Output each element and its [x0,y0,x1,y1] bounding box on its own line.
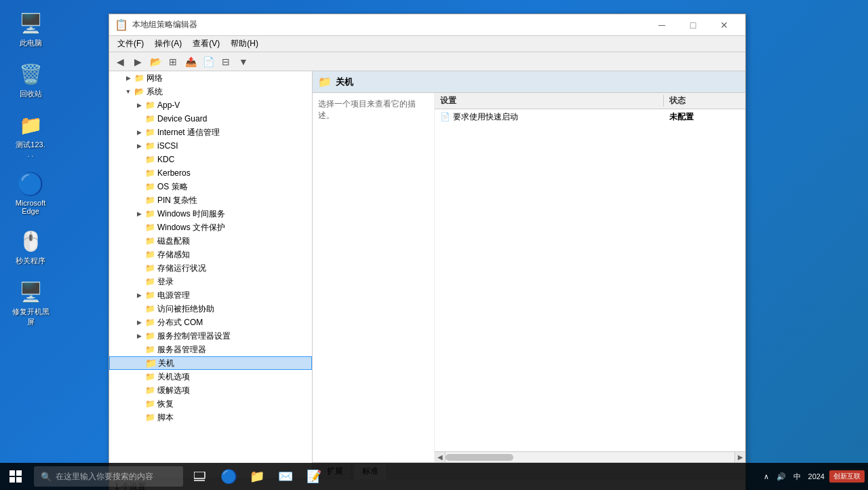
taskbar-volume[interactable]: 🔊 [774,472,789,481]
help-button[interactable]: ⊟ [218,54,234,70]
desktop-icon-this-pc[interactable]: 🖥️ 此电脑 [7,7,54,51]
svg-rect-3 [16,477,22,483]
tree-item-appv[interactable]: ▶ 📁 App-V [109,98,312,112]
tree-item-scm-settings[interactable]: ▶ 📁 服务控制管理器设置 [109,329,312,343]
filter-button[interactable]: ▼ [235,54,252,70]
tree-item-shutdown[interactable]: 📁 关机 [109,356,312,370]
arrow-icon[interactable]: ▶ [134,331,144,341]
tree-item-scripts[interactable]: 📁 脚本 [109,411,312,424]
tree-scroll[interactable]: ▶ 📁 网络 ▼ 📂 系统 ▶ [109,71,312,478]
tree-item-iscsi[interactable]: ▶ 📁 iSCSI [109,139,312,153]
main-window: 📋 本地组策略编辑器 ─ □ ✕ 文件(F) 操作(A) 查看(V) 帮助(H)… [108,14,746,490]
edge-taskbar-button[interactable]: 🔵 [215,463,242,490]
arrow-icon[interactable]: ▶ [134,140,144,151]
arrow-icon[interactable]: ▶ [134,317,144,328]
tree-item-access-denied[interactable]: 📁 访问被拒绝协助 [109,302,312,316]
tree-label: 电源管理 [157,290,190,301]
h-scroll-thumb[interactable] [446,454,513,461]
tree-label: Kerberos [157,168,191,178]
folder-icon: 📁 [144,290,155,301]
tree-label: 磁盘配额 [157,235,190,247]
desktop-icon-test123[interactable]: 📁 测试123.. . [7,109,54,161]
show-hide-button[interactable]: ⊞ [165,54,181,70]
taskbar-search-bar[interactable]: 🔍 [34,466,183,487]
arrow-icon[interactable]: ▼ [123,86,134,97]
desktop-icon-edge[interactable]: 🔵 MicrosoftEdge [7,168,54,218]
tree-label: Windows 文件保护 [157,222,225,233]
folder-icon: 📂 [134,86,144,97]
desktop-icon-shortcuts[interactable]: 🖱️ 秒关程序 [7,225,54,269]
up-button[interactable]: 📂 [147,54,163,70]
folder-icon: 📁 [144,371,155,382]
folder-icon: 📁 [144,398,155,409]
search-input[interactable] [56,472,176,481]
properties-button[interactable]: 📄 [200,54,216,70]
tree-item-shutdown-options[interactable]: 📁 关机选项 [109,370,312,383]
menu-help[interactable]: 帮助(H) [225,37,264,51]
tree-item-disk-quota[interactable]: 📁 磁盘配额 [109,234,312,248]
menu-view[interactable]: 查看(V) [187,37,225,51]
tree-item-internet-comm[interactable]: ▶ 📁 Internet 通信管理 [109,126,312,139]
test123-icon: 📁 [17,111,44,138]
close-button[interactable]: ✕ [709,15,740,35]
minimize-button[interactable]: ─ [646,15,677,35]
forward-button[interactable]: ▶ [130,54,146,70]
right-desc-text: 选择一个项目来查看它的描述。 [318,99,416,120]
h-scroll-left[interactable]: ◀ [435,452,446,462]
desktop-icon-repair[interactable]: 🖥️ 修复开机黑屏 [7,276,54,330]
maximize-button[interactable]: □ [677,15,709,35]
menu-file[interactable]: 文件(F) [112,37,149,51]
export-button[interactable]: 📤 [182,54,199,70]
tree-label: 系统 [146,86,163,98]
arrow-icon[interactable]: ▶ [123,73,134,83]
tree-item-os-policy[interactable]: 📁 OS 策略 [109,180,312,193]
folder-icon: 📁 [144,222,155,233]
horizontal-scrollbar[interactable]: ◀ ▶ [435,451,745,462]
tree-item-distributed-com[interactable]: ▶ 📁 分布式 COM [109,316,312,329]
table-row[interactable]: 📄 要求使用快速启动 未配置 [435,109,745,124]
file-explorer-button[interactable]: 📁 [243,463,271,490]
table-body[interactable]: 📄 要求使用快速启动 未配置 [435,109,745,451]
folder-icon: 📁 [144,154,155,165]
tree-item-kdc[interactable]: 📁 KDC [109,153,312,166]
tree-item-power[interactable]: ▶ 📁 电源管理 [109,288,312,302]
right-table: 设置 状态 📄 要求使用快速启动 [435,93,745,462]
tree-label: 缓解选项 [157,385,190,396]
edge-icon: 🔵 [17,170,44,197]
arrow-icon[interactable]: ▶ [134,127,144,138]
folder-icon: 📁 [144,385,155,396]
back-button[interactable]: ◀ [112,54,128,70]
desktop-icon-recycle-bin[interactable]: 🗑️ 回收站 [7,58,54,102]
taskbar-chevron[interactable]: ∧ [761,472,772,481]
arrow-icon[interactable]: ▶ [134,100,144,111]
tree-label: 网络 [146,73,163,84]
tree-item-system[interactable]: ▼ 📂 系统 [109,85,312,98]
tree-item-windows-file[interactable]: 📁 Windows 文件保护 [109,221,312,234]
start-button[interactable] [0,463,31,490]
tree-item-login[interactable]: 📁 登录 [109,275,312,288]
tree-item-windows-time[interactable]: ▶ 📁 Windows 时间服务 [109,207,312,221]
arrow-icon[interactable]: ▶ [134,290,144,301]
tree-label: 关机 [158,358,174,369]
taskbar-ime[interactable]: 中 [791,472,804,482]
taskbar-date-time[interactable]: 2024 [806,472,827,480]
h-scroll-right[interactable]: ▶ [734,452,745,462]
tree-item-storage-sense[interactable]: 📁 存储感知 [109,248,312,261]
mail-button[interactable]: ✉️ [272,463,299,490]
tree-item-network[interactable]: ▶ 📁 网络 [109,71,312,85]
shortcuts-icon: 🖱️ [17,227,44,255]
tree-item-storage-health[interactable]: 📁 存储运行状况 [109,261,312,275]
taskbar-right: ∧ 🔊 中 2024 创新互联 [761,470,868,483]
tree-item-mitigation[interactable]: 📁 缓解选项 [109,383,312,397]
folder-icon: 📁 [144,100,155,111]
tree-item-server-manager[interactable]: 📁 服务器管理器 [109,343,312,356]
tree-item-pin[interactable]: 📁 PIN 复杂性 [109,193,312,207]
tree-item-device-guard[interactable]: 📁 Device Guard [109,112,312,126]
tree-item-kerberos[interactable]: 📁 Kerberos [109,166,312,180]
notes-button[interactable]: 📝 [300,463,328,490]
menu-action[interactable]: 操作(A) [149,37,187,51]
task-view-button[interactable] [186,463,214,490]
desktop: 🖥️ 此电脑 🗑️ 回收站 📁 测试123.. . 🔵 MicrosoftEdg… [0,0,868,490]
arrow-icon[interactable]: ▶ [134,208,144,219]
tree-item-recovery[interactable]: 📁 恢复 [109,397,312,411]
